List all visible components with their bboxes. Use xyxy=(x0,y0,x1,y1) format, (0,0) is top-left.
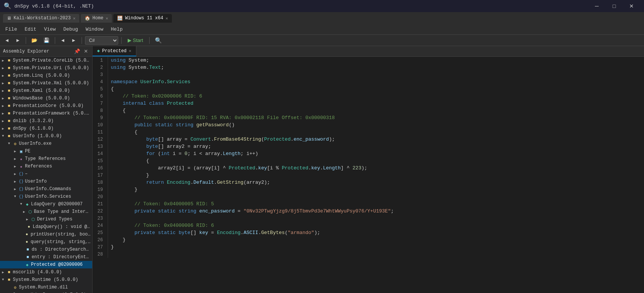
tree-item[interactable]: ▶■WindowsBase (5.0.0.0) xyxy=(0,95,92,102)
tab-kali[interactable]: 🖥 Kali-Workstation-2023 ✕ xyxy=(3,14,79,23)
tree-expand-icon[interactable]: ▶ xyxy=(0,59,6,63)
toolbar-sep-1 xyxy=(26,37,26,44)
title-bar: 🖥 Kali-Workstation-2023 ✕ 🏠 Home ✕ 🪟 Win… xyxy=(0,12,644,24)
sidebar-tree[interactable]: ▶■System.Private.CoreLib (5.0.0.0)▶■Syst… xyxy=(0,57,92,293)
tree-expand-icon[interactable]: ▶ xyxy=(0,270,6,274)
tree-expand-icon[interactable]: ▶ xyxy=(12,187,18,191)
tree-item[interactable]: ▶{}– xyxy=(0,170,92,178)
tree-item[interactable]: ▶■CommandLineParser (0.7.0.0) xyxy=(0,291,92,293)
tree-item[interactable]: ▶■System.Linq (5.0.0.0) xyxy=(0,72,92,79)
tree-item-icon: ⚙ xyxy=(12,284,18,290)
tree-item[interactable]: ▶{}UserInfo.Commands xyxy=(0,185,92,193)
tree-item[interactable]: ▶★Type References xyxy=(0,155,92,163)
tree-expand-icon[interactable]: ▶ xyxy=(0,66,6,70)
tree-expand-icon[interactable]: ▶ xyxy=(12,149,18,153)
code-line: 24 // Token: 0x04000006 RID: 6 xyxy=(93,222,644,229)
tree-item[interactable]: ▶■PresentationCore (5.0.0.0) xyxy=(0,102,92,110)
tree-item[interactable]: ▼■UserInfo (1.0.0.0) xyxy=(0,132,92,140)
tree-item[interactable]: ▶⬡Derived Types xyxy=(0,215,92,223)
search-button[interactable]: 🔍 xyxy=(153,36,164,45)
tree-item[interactable]: ●LdapQuery() : void @060... xyxy=(0,223,92,231)
tree-item[interactable]: ■entry : DirectoryEntry @0... xyxy=(0,253,92,261)
menu-file[interactable]: File xyxy=(2,25,21,33)
tree-expand-icon[interactable]: ▼ xyxy=(12,195,18,198)
tree-expand-icon[interactable]: ▶ xyxy=(21,210,27,214)
maximize-button[interactable]: □ xyxy=(605,0,623,12)
tab-home-close[interactable]: ✕ xyxy=(106,16,108,21)
tree-item[interactable]: ▶{}UserInfo xyxy=(0,178,92,185)
tree-expand-icon[interactable]: ▶ xyxy=(0,119,6,123)
tree-item[interactable]: ▶■dnSpy (6.1.8.0) xyxy=(0,125,92,132)
tree-expand-icon[interactable]: ▶ xyxy=(0,112,6,116)
tree-item[interactable]: ▶■System.Private.Uri (5.0.0.0) xyxy=(0,64,92,72)
sidebar-close-button[interactable]: ✕ xyxy=(83,48,89,54)
tab-windows11-close[interactable]: ✕ xyxy=(165,16,168,21)
tab-home[interactable]: 🏠 Home ✕ xyxy=(81,14,112,23)
tree-item[interactable]: ▶★References xyxy=(0,163,92,170)
tab-windows11[interactable]: 🪟 Windows 11 x64 ✕ xyxy=(113,14,171,23)
tree-expand-icon[interactable]: ▶ xyxy=(0,96,6,101)
code-editor[interactable]: 1using System;2using System.Text;3 4name… xyxy=(93,57,644,293)
tree-expand-icon[interactable]: ▶ xyxy=(0,74,6,78)
editor-tab-protected[interactable]: ◆ Protected ✕ xyxy=(93,46,136,56)
line-content: byte[] array = Convert.FromBase64String(… xyxy=(108,136,644,143)
tree-item-icon: ■ xyxy=(6,80,12,86)
language-select[interactable]: C# IL IL with C# xyxy=(85,36,118,45)
tree-expand-icon[interactable]: ▼ xyxy=(6,142,12,146)
tree-expand-icon[interactable]: ▶ xyxy=(0,81,6,85)
menu-help[interactable]: Help xyxy=(107,25,126,33)
menu-window[interactable]: Window xyxy=(82,25,107,33)
tree-expand-icon[interactable]: ▶ xyxy=(12,180,18,184)
tree-item[interactable]: ▶■PresentationFramework (5.0.0.0) xyxy=(0,110,92,117)
save-button[interactable]: 💾 xyxy=(41,37,52,44)
editor-tab-close[interactable]: ✕ xyxy=(129,48,131,53)
forward-button[interactable]: ► xyxy=(13,37,23,44)
tree-item[interactable]: ▶■System.Private.CoreLib (5.0.0.0) xyxy=(0,57,92,64)
tree-expand-icon[interactable]: ▶ xyxy=(12,164,18,169)
tree-item-label: mscorlib (4.0.0.0) xyxy=(13,270,62,275)
tree-expand-icon[interactable]: ▶ xyxy=(12,172,18,176)
open-button[interactable]: 📂 xyxy=(29,37,40,44)
tree-item-label: Type References xyxy=(25,156,66,161)
tree-expand-icon[interactable]: ▶ xyxy=(0,89,6,93)
tree-item[interactable]: ⚙System.Runtime.dll xyxy=(0,284,92,291)
menu-debug[interactable]: Debug xyxy=(60,25,82,33)
tree-expand-icon[interactable]: ▶ xyxy=(24,217,30,222)
menu-edit[interactable]: Edit xyxy=(21,25,40,33)
menu-view[interactable]: View xyxy=(40,25,59,33)
tree-item[interactable]: ◆Protected @02000006 xyxy=(0,261,92,268)
tree-item[interactable]: ▼⚙UserInfo.exe xyxy=(0,140,92,147)
tree-item[interactable]: ▼■System.Runtime (5.0.0.0) xyxy=(0,276,92,284)
code-line: 7 internal class Protected xyxy=(93,100,644,107)
tree-item[interactable]: ▶⬡Base Type and Interfaces xyxy=(0,208,92,215)
line-content: using System; xyxy=(108,57,644,64)
tree-item-icon: ● xyxy=(26,224,32,230)
tree-item[interactable]: ●query(string, string, bool)... xyxy=(0,238,92,246)
tree-expand-icon[interactable]: ▶ xyxy=(0,104,6,108)
sidebar-pin-button[interactable]: 📌 xyxy=(73,48,81,54)
line-number: 24 xyxy=(93,222,108,229)
tree-item[interactable]: ■ds : DirectorySearcher @0... xyxy=(0,246,92,253)
tree-expand-icon[interactable]: ▶ xyxy=(0,127,6,131)
tree-expand-icon[interactable]: ▼ xyxy=(18,202,24,206)
editor-tab-icon: ◆ xyxy=(97,48,100,54)
nav-forward-button[interactable]: ► xyxy=(69,37,79,44)
tree-item[interactable]: ▶■dnlib (3.3.2.0) xyxy=(0,117,92,125)
tree-item[interactable]: ▶■System.Xaml (5.0.0.0) xyxy=(0,87,92,95)
back-button[interactable]: ◄ xyxy=(2,37,12,44)
line-content: { xyxy=(108,107,644,114)
tree-item[interactable]: ▶■mscorlib (4.0.0.0) xyxy=(0,268,92,276)
tree-item[interactable]: ▼◆LdapQuery @02000007 xyxy=(0,200,92,208)
tab-kali-close[interactable]: ✕ xyxy=(73,16,76,21)
start-button[interactable]: ▶ Start xyxy=(125,37,146,44)
tree-item[interactable]: ●printUser(string, bool) : v... xyxy=(0,231,92,238)
minimize-button[interactable]: ─ xyxy=(588,0,605,12)
tree-item[interactable]: ▶▣PE xyxy=(0,147,92,155)
tree-expand-icon[interactable]: ▼ xyxy=(0,134,6,138)
tree-item[interactable]: ▶■System.Private.Xml (5.0.0.0) xyxy=(0,79,92,87)
close-button[interactable]: ✕ xyxy=(623,0,640,12)
tree-expand-icon[interactable]: ▶ xyxy=(12,157,18,161)
tree-item[interactable]: ▼{}UserInfo.Services xyxy=(0,193,92,200)
nav-back-button[interactable]: ◄ xyxy=(58,37,68,44)
tree-expand-icon[interactable]: ▼ xyxy=(0,278,6,282)
